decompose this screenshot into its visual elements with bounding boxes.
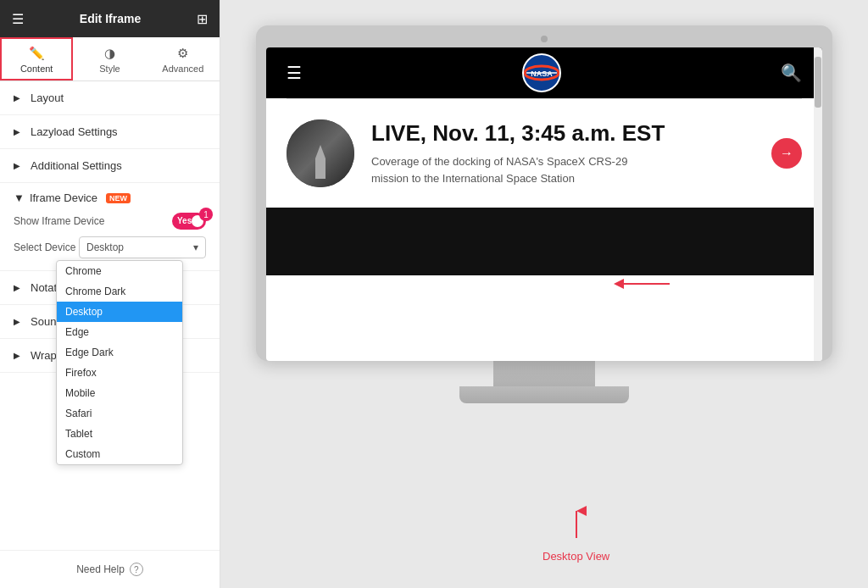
select-device-dropdown[interactable]: Desktop ▾ bbox=[79, 236, 206, 258]
lazyload-label: Lazyload Settings bbox=[31, 125, 118, 138]
tab-style-label: Style bbox=[99, 64, 120, 74]
toggle-yes-label: Yes bbox=[177, 216, 192, 225]
need-help-button[interactable]: Need Help ? bbox=[0, 551, 220, 588]
iframe-device-header[interactable]: ▼ Iframe Device NEW bbox=[14, 191, 206, 204]
dropdown-item-firefox[interactable]: Firefox bbox=[57, 363, 182, 383]
nasa-header: ☰ NASA 🔍 bbox=[266, 47, 822, 98]
dropdown-item-mobile[interactable]: Mobile bbox=[57, 383, 182, 403]
thumbnail-image bbox=[287, 119, 354, 187]
main-content: ☰ NASA 🔍 bbox=[220, 0, 868, 588]
select-device-label: Select Device bbox=[14, 241, 75, 253]
dropdown-item-tablet[interactable]: Tablet bbox=[57, 424, 182, 444]
rocket-icon bbox=[312, 145, 329, 179]
dropdown-item-edge[interactable]: Edge bbox=[57, 322, 182, 342]
desktop-arrow-svg bbox=[559, 504, 593, 546]
pencil-icon: ✏️ bbox=[29, 46, 45, 61]
section-lazyload[interactable]: ▶ Lazyload Settings bbox=[0, 115, 220, 149]
collapse-arrow: ▼ bbox=[14, 191, 25, 204]
sidebar-bottom: Need Help ? bbox=[0, 550, 220, 588]
news-desc-line2: mission to the International Space Stati… bbox=[371, 170, 754, 187]
desktop-annotation: Desktop View bbox=[542, 504, 609, 563]
dropdown-item-chrome-dark[interactable]: Chrome Dark bbox=[57, 281, 182, 302]
monitor-container: ☰ NASA 🔍 bbox=[256, 25, 832, 403]
monitor-scrollbar[interactable] bbox=[814, 47, 822, 361]
gear-icon: ⚙ bbox=[177, 46, 188, 61]
help-icon: ? bbox=[130, 563, 143, 576]
dropdown-item-safari[interactable]: Safari bbox=[57, 403, 182, 424]
red-arrow-svg bbox=[610, 271, 678, 297]
iframe-device-section: ▼ Iframe Device NEW Show Iframe Device Y… bbox=[0, 183, 220, 271]
grid-icon[interactable]: ⊞ bbox=[197, 11, 208, 27]
additional-label: Additional Settings bbox=[31, 159, 122, 172]
new-badge: NEW bbox=[106, 193, 131, 203]
select-device-row: Select Device Desktop ▾ Chrome Chrome Da… bbox=[14, 236, 206, 258]
arrow-icon: ▶ bbox=[14, 127, 20, 136]
toggle-wrapper: Yes 1 bbox=[172, 213, 206, 230]
dropdown-arrow-icon: ▾ bbox=[193, 241, 198, 253]
section-layout[interactable]: ▶ Layout bbox=[0, 81, 220, 115]
nasa-logo: NASA bbox=[522, 53, 561, 92]
nasa-search-icon: 🔍 bbox=[781, 63, 802, 83]
dropdown-item-edge-dark[interactable]: Edge Dark bbox=[57, 342, 182, 363]
hamburger-icon[interactable]: ☰ bbox=[12, 11, 24, 27]
show-iframe-device-row: Show Iframe Device Yes 1 bbox=[14, 213, 206, 230]
dropdown-item-chrome[interactable]: Chrome bbox=[57, 261, 182, 281]
arrow-icon: ▶ bbox=[14, 317, 20, 326]
tabs-row: ✏️ Content ◑ Style ⚙ Advanced bbox=[0, 37, 220, 81]
scrollbar-thumb[interactable] bbox=[815, 57, 821, 108]
news-desc-line1: Coverage of the docking of NASA's SpaceX… bbox=[371, 153, 754, 170]
style-icon: ◑ bbox=[104, 46, 115, 61]
show-iframe-label: Show Iframe Device bbox=[14, 215, 104, 227]
svg-text:NASA: NASA bbox=[531, 69, 553, 78]
news-arrow-button[interactable]: → bbox=[771, 138, 802, 169]
need-help-label: Need Help bbox=[76, 563, 125, 575]
sidebar-title: Edit Iframe bbox=[80, 12, 141, 25]
arrow-icon: ▶ bbox=[14, 351, 20, 360]
monitor-screen-inner: ☰ NASA 🔍 bbox=[266, 47, 822, 361]
red-arrow-annotation bbox=[610, 271, 678, 297]
section-additional[interactable]: ▶ Additional Settings bbox=[0, 149, 220, 183]
tab-content[interactable]: ✏️ Content bbox=[0, 37, 73, 80]
news-title: LIVE, Nov. 11, 3:45 a.m. EST bbox=[371, 120, 754, 147]
nasa-hamburger-icon: ☰ bbox=[287, 63, 302, 83]
tab-content-label: Content bbox=[20, 64, 53, 74]
dark-band bbox=[266, 208, 822, 275]
arrow-icon: ▶ bbox=[14, 93, 20, 103]
monitor-screen: ☰ NASA 🔍 bbox=[266, 47, 822, 361]
sidebar: ☰ Edit Iframe ⊞ ✏️ Content ◑ Style ⚙ Adv… bbox=[0, 0, 220, 588]
notification-badge: 1 bbox=[199, 208, 213, 221]
news-card: LIVE, Nov. 11, 3:45 a.m. EST Coverage of… bbox=[266, 99, 822, 208]
news-content: LIVE, Nov. 11, 3:45 a.m. EST Coverage of… bbox=[371, 120, 754, 186]
selected-device-value: Desktop bbox=[86, 241, 124, 253]
desktop-view-label: Desktop View bbox=[542, 550, 609, 563]
tab-style[interactable]: ◑ Style bbox=[73, 37, 146, 80]
news-thumbnail bbox=[287, 119, 354, 187]
monitor-frame: ☰ NASA 🔍 bbox=[256, 25, 832, 361]
arrow-icon: ▶ bbox=[14, 283, 20, 292]
monitor-dot bbox=[541, 36, 548, 42]
dropdown-item-custom[interactable]: Custom bbox=[57, 444, 182, 464]
arrow-icon: ▶ bbox=[14, 161, 20, 170]
tab-advanced[interactable]: ⚙ Advanced bbox=[147, 37, 220, 80]
dropdown-item-desktop[interactable]: Desktop bbox=[57, 302, 182, 322]
layout-label: Layout bbox=[31, 92, 64, 104]
monitor-stand-neck bbox=[493, 361, 595, 386]
iframe-device-label: Iframe Device bbox=[30, 191, 97, 204]
sidebar-header: ☰ Edit Iframe ⊞ bbox=[0, 0, 220, 37]
device-dropdown-menu: Chrome Chrome Dark Desktop Edge Edge Dar… bbox=[56, 260, 183, 465]
tab-advanced-label: Advanced bbox=[162, 64, 203, 74]
monitor-stand-base bbox=[459, 386, 629, 403]
